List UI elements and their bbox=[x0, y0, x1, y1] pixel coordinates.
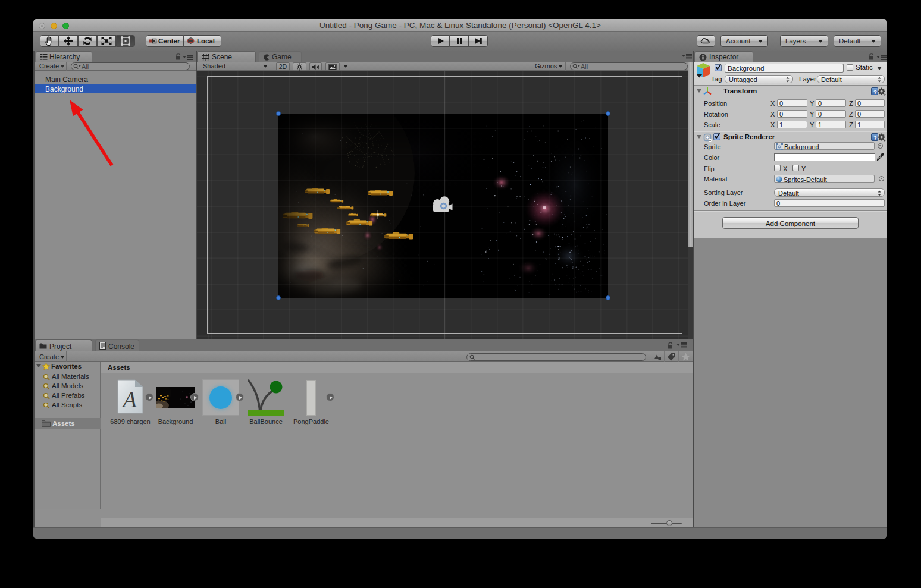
svg-text:A: A bbox=[121, 387, 137, 412]
